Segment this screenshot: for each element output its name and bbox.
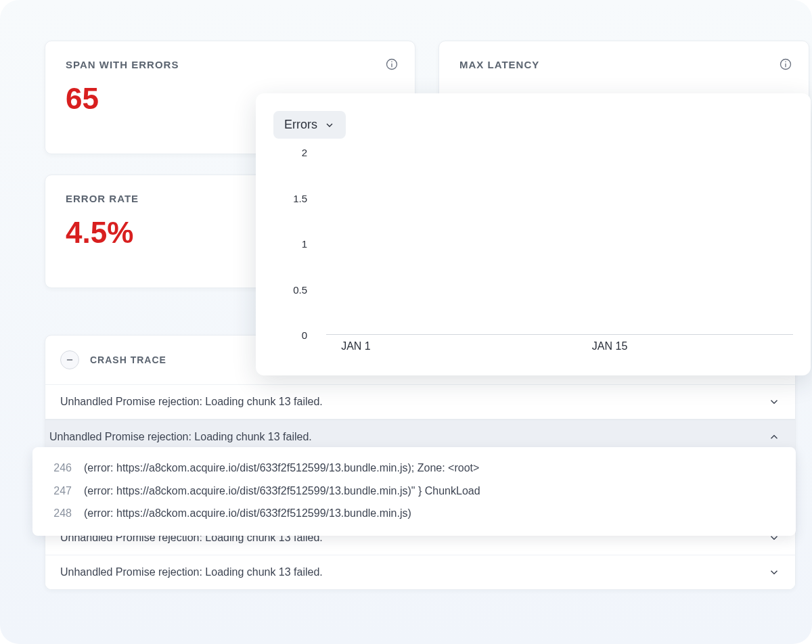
- bar-slot: [614, 158, 650, 334]
- bar-slot: [578, 158, 614, 334]
- chevron-down-icon: [324, 120, 335, 131]
- code-line-text: (error: https://a8ckom.acquire.io/dist/6…: [84, 482, 480, 500]
- crash-code-panel: 246 (error: https://a8ckom.acquire.io/di…: [32, 447, 796, 536]
- bar-slot: [470, 158, 505, 334]
- x-axis-ticks: JAN 1JAN 15: [326, 340, 793, 358]
- bar-slot: [650, 158, 685, 334]
- bar-slot: [721, 158, 757, 334]
- bar-segment-light: [694, 332, 712, 334]
- svg-point-5: [785, 61, 786, 62]
- chart-metric-label: Errors: [284, 118, 317, 132]
- svg-point-2: [391, 61, 392, 62]
- bar-segment-light: [766, 332, 784, 334]
- crash-row-label: Unhandled Promise rejection: Loading chu…: [60, 396, 323, 408]
- bar-segment-light: [336, 332, 353, 334]
- code-line-number: 246: [46, 459, 72, 477]
- y-tick-label: 0.5: [293, 283, 307, 295]
- bar-segment-light: [407, 332, 425, 334]
- chevron-down-icon: [768, 566, 780, 578]
- bar-slot: [362, 158, 398, 334]
- bar[interactable]: [623, 332, 640, 334]
- bar-segment-light: [658, 332, 676, 334]
- bar-segment-light: [551, 332, 568, 334]
- bar-segment-light: [730, 332, 748, 334]
- errors-chart-card: Errors 00.511.52 JAN 1JAN 15: [256, 93, 811, 375]
- bar-segment-light: [587, 332, 604, 334]
- y-tick-label: 1.5: [293, 192, 307, 204]
- bar-segment-light: [371, 332, 389, 334]
- chart-area: 00.511.52 JAN 1JAN 15: [273, 152, 793, 355]
- bar[interactable]: [479, 332, 497, 334]
- bar-slot: [505, 158, 541, 334]
- bar-slot: [434, 158, 470, 334]
- crash-row[interactable]: Unhandled Promise rejection: Loading chu…: [45, 555, 795, 589]
- info-icon[interactable]: [385, 58, 399, 71]
- code-line-text: (error: https://a8ckom.acquire.io/dist/6…: [84, 459, 479, 477]
- chevron-down-icon: [768, 396, 780, 408]
- y-axis-ticks: 00.511.52: [273, 152, 314, 335]
- code-line-number: 247: [46, 482, 72, 500]
- bar[interactable]: [371, 332, 389, 334]
- bar[interactable]: [658, 332, 676, 334]
- bar[interactable]: [551, 332, 568, 334]
- bar-segment-light: [623, 332, 640, 334]
- chart-metric-select[interactable]: Errors: [273, 111, 346, 139]
- bar-segment-light: [515, 332, 533, 334]
- bar[interactable]: [407, 332, 425, 334]
- code-line-number: 248: [46, 505, 72, 522]
- bar[interactable]: [766, 332, 784, 334]
- chart-bars: [326, 158, 793, 334]
- bar-slot: [541, 158, 577, 334]
- bar-segment-light: [479, 332, 497, 334]
- crash-row-label: Unhandled Promise rejection: Loading chu…: [49, 431, 312, 443]
- bar[interactable]: [336, 332, 353, 334]
- bar[interactable]: [443, 332, 461, 334]
- stat-title: MAX LATENCY: [459, 59, 788, 70]
- bar-slot: [326, 158, 362, 334]
- crash-trace-title: CRASH TRACE: [90, 354, 166, 365]
- bar-segment-light: [443, 332, 461, 334]
- stat-title: SPAN WITH ERRORS: [66, 59, 394, 70]
- bar[interactable]: [587, 332, 604, 334]
- bar[interactable]: [694, 332, 712, 334]
- chevron-up-icon: [768, 431, 780, 443]
- code-line: 246 (error: https://a8ckom.acquire.io/di…: [46, 457, 782, 480]
- bar-slot: [685, 158, 721, 334]
- bar-slot: [757, 158, 793, 334]
- crash-row-label: Unhandled Promise rejection: Loading chu…: [60, 566, 323, 578]
- code-line: 248 (error: https://a8ckom.acquire.io/di…: [46, 502, 782, 525]
- chart-plot: [326, 158, 793, 335]
- x-tick-label: JAN 15: [592, 340, 627, 352]
- x-tick-label: JAN 1: [341, 340, 371, 352]
- bar[interactable]: [515, 332, 533, 334]
- y-tick-label: 0: [302, 329, 307, 341]
- bar[interactable]: [730, 332, 748, 334]
- bar-slot: [398, 158, 434, 334]
- y-tick-label: 1: [302, 238, 307, 250]
- crash-row[interactable]: Unhandled Promise rejection: Loading chu…: [45, 385, 795, 419]
- collapse-button[interactable]: [60, 350, 79, 369]
- info-icon[interactable]: [779, 58, 792, 71]
- y-tick-label: 2: [302, 147, 307, 158]
- code-line: 247 (error: https://a8ckom.acquire.io/di…: [46, 480, 782, 503]
- code-line-text: (error: https://a8ckom.acquire.io/dist/6…: [84, 505, 411, 522]
